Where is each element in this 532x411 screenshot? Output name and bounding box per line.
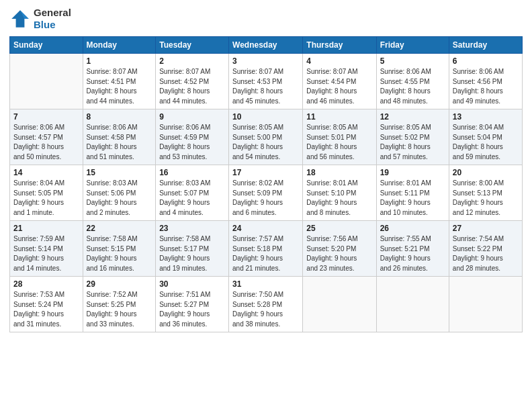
calendar-day-cell: 15Sunrise: 8:03 AM Sunset: 5:06 PM Dayli… [83, 165, 156, 221]
day-info: Sunrise: 8:06 AM Sunset: 4:57 PM Dayligh… [13, 123, 79, 162]
day-number: 4 [306, 56, 372, 66]
header: General Blue [9, 7, 523, 31]
day-number: 5 [380, 56, 445, 66]
day-number: 6 [453, 56, 519, 66]
calendar-day-cell: 24Sunrise: 7:57 AM Sunset: 5:18 PM Dayli… [229, 221, 303, 277]
day-info: Sunrise: 8:05 AM Sunset: 5:02 PM Dayligh… [380, 123, 445, 162]
calendar-day-cell: 9Sunrise: 8:06 AM Sunset: 4:59 PM Daylig… [156, 109, 229, 165]
weekday-header-friday: Friday [376, 37, 449, 54]
day-info: Sunrise: 8:01 AM Sunset: 5:11 PM Dayligh… [380, 179, 445, 218]
calendar-week-row: 14Sunrise: 8:04 AM Sunset: 5:05 PM Dayli… [10, 165, 523, 221]
day-info: Sunrise: 7:59 AM Sunset: 5:14 PM Dayligh… [13, 234, 79, 273]
calendar-day-cell: 4Sunrise: 8:07 AM Sunset: 4:54 PM Daylig… [303, 54, 376, 109]
day-number: 16 [159, 168, 225, 177]
logo: General Blue [9, 7, 71, 31]
day-number: 21 [13, 224, 79, 233]
calendar-day-cell: 2Sunrise: 8:07 AM Sunset: 4:52 PM Daylig… [156, 54, 229, 109]
day-info: Sunrise: 7:52 AM Sunset: 5:25 PM Dayligh… [87, 290, 152, 329]
day-number: 15 [87, 168, 152, 177]
day-number: 1 [87, 56, 152, 66]
day-info: Sunrise: 7:56 AM Sunset: 5:20 PM Dayligh… [306, 234, 372, 273]
calendar-day-cell: 18Sunrise: 8:01 AM Sunset: 5:10 PM Dayli… [303, 165, 376, 221]
day-number: 25 [306, 224, 372, 233]
day-number: 11 [306, 112, 372, 122]
calendar-day-cell [303, 277, 376, 332]
calendar-day-cell: 17Sunrise: 8:02 AM Sunset: 5:09 PM Dayli… [229, 165, 303, 221]
day-info: Sunrise: 8:03 AM Sunset: 5:06 PM Dayligh… [87, 179, 152, 218]
calendar-week-row: 1Sunrise: 8:07 AM Sunset: 4:51 PM Daylig… [10, 54, 523, 109]
day-number: 8 [87, 112, 152, 122]
day-info: Sunrise: 7:58 AM Sunset: 5:17 PM Dayligh… [159, 234, 225, 273]
calendar-week-row: 7Sunrise: 8:06 AM Sunset: 4:57 PM Daylig… [10, 109, 523, 165]
day-number: 28 [13, 279, 79, 289]
calendar-day-cell: 27Sunrise: 7:54 AM Sunset: 5:22 PM Dayli… [449, 221, 522, 277]
day-info: Sunrise: 8:06 AM Sunset: 4:58 PM Dayligh… [87, 123, 152, 162]
day-info: Sunrise: 7:57 AM Sunset: 5:18 PM Dayligh… [232, 234, 299, 273]
day-number: 18 [306, 168, 372, 177]
calendar-day-cell: 31Sunrise: 7:50 AM Sunset: 5:28 PM Dayli… [229, 277, 303, 332]
day-number: 12 [380, 112, 445, 122]
page-container: General Blue SundayMondayTuesdayWednesda… [0, 0, 532, 336]
calendar-day-cell: 1Sunrise: 8:07 AM Sunset: 4:51 PM Daylig… [83, 54, 156, 109]
calendar-week-row: 28Sunrise: 7:53 AM Sunset: 5:24 PM Dayli… [10, 277, 523, 332]
day-info: Sunrise: 8:07 AM Sunset: 4:51 PM Dayligh… [87, 67, 152, 106]
calendar-table: SundayMondayTuesdayWednesdayThursdayFrid… [9, 36, 523, 332]
day-number: 29 [87, 279, 152, 289]
day-number: 19 [380, 168, 445, 177]
day-info: Sunrise: 8:03 AM Sunset: 5:07 PM Dayligh… [159, 179, 225, 218]
day-info: Sunrise: 8:01 AM Sunset: 5:10 PM Dayligh… [306, 179, 372, 218]
calendar-day-cell [449, 277, 522, 332]
calendar-day-cell: 5Sunrise: 8:06 AM Sunset: 4:55 PM Daylig… [376, 54, 449, 109]
calendar-day-cell: 10Sunrise: 8:05 AM Sunset: 5:00 PM Dayli… [229, 109, 303, 165]
day-info: Sunrise: 7:55 AM Sunset: 5:21 PM Dayligh… [380, 234, 445, 273]
calendar-day-cell: 19Sunrise: 8:01 AM Sunset: 5:11 PM Dayli… [376, 165, 449, 221]
weekday-header-tuesday: Tuesday [156, 37, 229, 54]
day-number: 3 [232, 56, 299, 66]
day-info: Sunrise: 8:02 AM Sunset: 5:09 PM Dayligh… [232, 179, 299, 218]
calendar-day-cell: 12Sunrise: 8:05 AM Sunset: 5:02 PM Dayli… [376, 109, 449, 165]
calendar-day-cell: 11Sunrise: 8:05 AM Sunset: 5:01 PM Dayli… [303, 109, 376, 165]
calendar-day-cell: 3Sunrise: 8:07 AM Sunset: 4:53 PM Daylig… [229, 54, 303, 109]
calendar-day-cell: 25Sunrise: 7:56 AM Sunset: 5:20 PM Dayli… [303, 221, 376, 277]
day-number: 23 [159, 224, 225, 233]
calendar-day-cell: 23Sunrise: 7:58 AM Sunset: 5:17 PM Dayli… [156, 221, 229, 277]
day-info: Sunrise: 8:05 AM Sunset: 5:00 PM Dayligh… [232, 123, 299, 162]
day-number: 17 [232, 168, 299, 177]
day-info: Sunrise: 8:06 AM Sunset: 4:56 PM Dayligh… [453, 67, 519, 106]
calendar-day-cell: 30Sunrise: 7:51 AM Sunset: 5:27 PM Dayli… [156, 277, 229, 332]
calendar-day-cell: 22Sunrise: 7:58 AM Sunset: 5:15 PM Dayli… [83, 221, 156, 277]
calendar-day-cell: 8Sunrise: 8:06 AM Sunset: 4:58 PM Daylig… [83, 109, 156, 165]
weekday-header-row: SundayMondayTuesdayWednesdayThursdayFrid… [10, 37, 523, 54]
calendar-day-cell: 26Sunrise: 7:55 AM Sunset: 5:21 PM Dayli… [376, 221, 449, 277]
day-number: 2 [159, 56, 225, 66]
day-number: 31 [232, 279, 299, 289]
day-number: 7 [13, 112, 79, 122]
day-info: Sunrise: 8:06 AM Sunset: 4:59 PM Dayligh… [159, 123, 225, 162]
day-info: Sunrise: 8:04 AM Sunset: 5:04 PM Dayligh… [453, 123, 519, 162]
day-info: Sunrise: 7:54 AM Sunset: 5:22 PM Dayligh… [453, 234, 519, 273]
weekday-header-sunday: Sunday [10, 37, 83, 54]
calendar-day-cell: 20Sunrise: 8:00 AM Sunset: 5:13 PM Dayli… [449, 165, 522, 221]
calendar-day-cell [376, 277, 449, 332]
weekday-header-monday: Monday [83, 37, 156, 54]
calendar-day-cell: 21Sunrise: 7:59 AM Sunset: 5:14 PM Dayli… [10, 221, 83, 277]
day-info: Sunrise: 7:58 AM Sunset: 5:15 PM Dayligh… [87, 234, 152, 273]
day-number: 22 [87, 224, 152, 233]
day-info: Sunrise: 8:07 AM Sunset: 4:52 PM Dayligh… [159, 67, 225, 106]
day-number: 14 [13, 168, 79, 177]
calendar-day-cell: 6Sunrise: 8:06 AM Sunset: 4:56 PM Daylig… [449, 54, 522, 109]
day-number: 9 [159, 112, 225, 122]
day-number: 26 [380, 224, 445, 233]
calendar-day-cell [10, 54, 83, 109]
calendar-day-cell: 13Sunrise: 8:04 AM Sunset: 5:04 PM Dayli… [449, 109, 522, 165]
day-info: Sunrise: 8:07 AM Sunset: 4:53 PM Dayligh… [232, 67, 299, 106]
day-number: 30 [159, 279, 225, 289]
day-info: Sunrise: 8:06 AM Sunset: 4:55 PM Dayligh… [380, 67, 445, 106]
day-info: Sunrise: 8:04 AM Sunset: 5:05 PM Dayligh… [13, 179, 79, 218]
calendar-day-cell: 16Sunrise: 8:03 AM Sunset: 5:07 PM Dayli… [156, 165, 229, 221]
day-info: Sunrise: 7:53 AM Sunset: 5:24 PM Dayligh… [13, 290, 79, 329]
day-number: 13 [453, 112, 519, 122]
weekday-header-wednesday: Wednesday [229, 37, 303, 54]
calendar-week-row: 21Sunrise: 7:59 AM Sunset: 5:14 PM Dayli… [10, 221, 523, 277]
calendar-day-cell: 7Sunrise: 8:06 AM Sunset: 4:57 PM Daylig… [10, 109, 83, 165]
